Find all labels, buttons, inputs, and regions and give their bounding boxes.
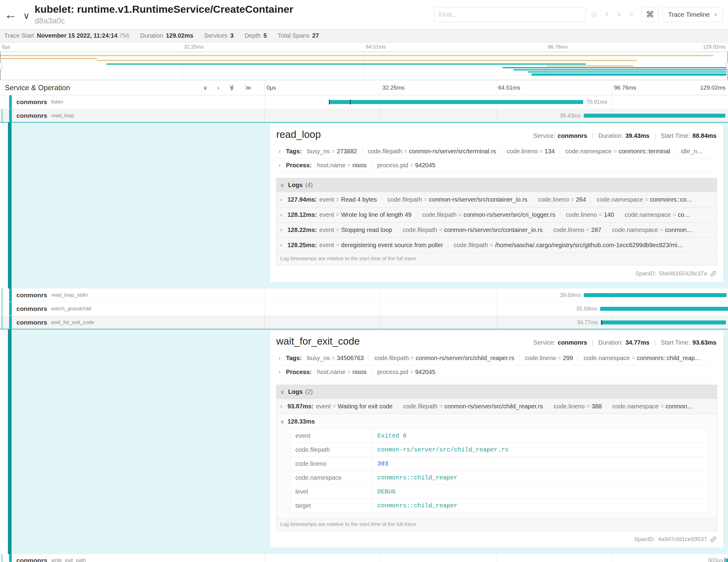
minimap-span-line: [0, 55, 713, 56]
tags-accordion[interactable]: ›Tags:busy_ns = 273882code.filepath = co…: [276, 145, 717, 158]
expand-collapse-controls: ∨›≫≫: [203, 85, 251, 91]
meta-value: 88.84ms: [692, 132, 716, 139]
service-color-bar: [9, 554, 12, 562]
span-duration-bar[interactable]: [584, 114, 725, 118]
trace-page-header: ← ∨ kubelet: runtime.v1.RuntimeService/C…: [0, 0, 728, 29]
timeline-tick-label: 0μs: [267, 84, 276, 91]
collapse-all-icon[interactable]: ≫: [245, 85, 251, 91]
key-value-item: process.pid = 942045: [371, 369, 435, 375]
span-timeline-cell[interactable]: 34.77ms: [265, 316, 728, 329]
span-link-icon[interactable]: [710, 271, 716, 277]
log-field-value: DEBUG: [373, 485, 708, 499]
service-color-bar: [9, 316, 12, 329]
chevron-down-icon: ∨: [23, 11, 30, 21]
match-target-icon[interactable]: ◎: [591, 11, 597, 18]
minimap-span-line: [513, 69, 727, 70]
span-id-value: 4a947cfd1ce59537: [658, 536, 707, 543]
span-name-cell[interactable]: conmonrslisten: [0, 95, 265, 109]
logs-header[interactable]: ∨Logs(4): [277, 178, 717, 192]
clear-search-icon[interactable]: ×: [629, 11, 633, 18]
minimap-left-handle[interactable]: [0, 52, 1, 80]
meta-value: conmonrs: [558, 132, 587, 139]
log-timestamp: 128.33ms: [287, 418, 315, 425]
trace-view-selector[interactable]: Trace Timeline ∨: [662, 7, 723, 22]
span-name-cell[interactable]: conmonrswait_for_exit_code: [0, 316, 265, 329]
span-detail-panel: read_loopService:conmonrs|Duration:39.43…: [0, 123, 728, 288]
meta-label: Service:: [533, 132, 555, 139]
log-field-key: code.lineno: [291, 457, 373, 471]
header-actions: ◎∧∨× ⌘ Trace Timeline ∨: [434, 7, 723, 22]
log-timestamp: 128.12ms:: [287, 211, 317, 218]
summary-value-suffix: .756: [117, 32, 129, 39]
span-name-cell[interactable]: conmonrswatch_grandchild: [0, 302, 265, 315]
span-event-tick: [725, 558, 725, 562]
span-duration-bar[interactable]: [601, 320, 726, 324]
meta-label: Start Time:: [661, 339, 690, 346]
span-timeline-cell[interactable]: 35.58ms: [265, 302, 728, 315]
back-button[interactable]: ←: [0, 0, 21, 29]
timeline-minimap: 0μs32.25ms64.51ms96.76ms129.02ms: [0, 43, 728, 80]
service-name: conmonrs: [16, 291, 47, 299]
key-value-item: code.filepath = conmon-rs/server/src/con…: [382, 196, 527, 203]
log-entry-header[interactable]: ∨128.33ms: [280, 418, 713, 425]
drag-grip-icon: [726, 62, 728, 70]
key-value-item: code.namespace = conmon…: [606, 227, 693, 233]
minimap-span-line: [106, 60, 637, 61]
log-entry[interactable]: ›127.94ms:event = Read 4 bytescode.filep…: [277, 192, 717, 207]
collapse-one-level-icon[interactable]: ›: [217, 85, 219, 91]
minimap-canvas[interactable]: [0, 52, 728, 80]
span-duration-label: 34.77ms: [577, 319, 598, 325]
span-detail-meta: Service:conmonrs|Duration:39.43ms|Start …: [533, 132, 716, 139]
span-duration-bar[interactable]: [726, 559, 728, 562]
timeline-tick-label: 0μs: [2, 44, 10, 50]
minimap-span-line: [97, 60, 106, 61]
service-name: conmonrs: [16, 319, 47, 326]
process-accordion[interactable]: ›Process:host.name = nixosprocess.pid = …: [276, 365, 717, 379]
logs-header[interactable]: ∨Logs(2): [277, 385, 717, 399]
service-name: conmonrs: [16, 112, 47, 119]
span-timeline-cell[interactable]: 303μs: [265, 554, 728, 562]
tags-accordion[interactable]: ›Tags:busy_ns = 34506763code.filepath = …: [276, 351, 717, 365]
span-name-cell[interactable]: conmonrswrite_exit_path: [0, 554, 265, 562]
span-duration-bar[interactable]: [584, 293, 726, 297]
span-timeline-cell[interactable]: 39.69ms: [265, 288, 728, 302]
summary-label: Duration: [140, 32, 163, 39]
span-detail-title: read_loop: [276, 129, 321, 140]
span-row: conmonrswait_for_exit_code34.77ms: [0, 316, 728, 329]
span-row: conmonrswatch_grandchild35.58ms: [0, 302, 728, 316]
trace-header-collapse-toggle[interactable]: ∨: [21, 10, 32, 21]
log-entry[interactable]: ›128.12ms:event = Wrote log line of leng…: [277, 207, 717, 222]
keyboard-shortcuts-button[interactable]: ⌘: [641, 7, 659, 22]
find-input[interactable]: [434, 7, 586, 22]
span-timeline-cell[interactable]: 39.43ms: [265, 109, 728, 122]
log-field-key: target: [291, 499, 373, 513]
span-link-icon[interactable]: [710, 536, 716, 543]
timeline-tick-label: 96.76ms: [548, 44, 568, 50]
log-entry[interactable]: ›128.22ms:event = Stopping read loopcode…: [277, 222, 717, 237]
key-value-item: code.namespace = conmon…: [607, 403, 693, 410]
span-duration-bar[interactable]: [600, 307, 728, 311]
expand-one-level-icon[interactable]: ∨: [203, 85, 208, 91]
meta-label: Duration:: [598, 132, 623, 139]
summary-item: Total Spans27: [278, 32, 319, 39]
key-value-item: busy_ns = 34506763: [307, 355, 364, 361]
span-timeline-cell[interactable]: 70.91ms: [265, 95, 728, 109]
log-entry[interactable]: ›128.25ms:event = deregistering event so…: [277, 237, 717, 253]
prev-match-icon[interactable]: ∧: [604, 11, 610, 18]
key-value-item: code.filepath = conmon-rs/server/src/cri…: [417, 211, 556, 218]
logs-count: (4): [305, 182, 313, 189]
next-match-icon[interactable]: ∨: [617, 11, 622, 18]
span-event-tick: [601, 320, 602, 325]
process-accordion[interactable]: ›Process:host.name = nixosprocess.pid = …: [276, 158, 717, 172]
span-tree-guide: [1, 288, 3, 302]
log-entry[interactable]: ›93.87ms:event = Waiting for exit codeco…: [277, 399, 717, 414]
summary-label: Trace Start: [4, 32, 34, 39]
span-name-cell[interactable]: conmonrsread_loop_stdin: [0, 288, 265, 302]
span-color-bar: [8, 329, 12, 554]
timeline-tick-label: 32.25ms: [383, 84, 405, 91]
key-value-item: host.name = nixos: [317, 162, 367, 169]
span-name-cell[interactable]: conmonrsread_loop: [0, 109, 265, 122]
log-field-row: levelDEBUG: [291, 485, 708, 499]
span-duration-bar[interactable]: [329, 100, 583, 104]
expand-all-icon[interactable]: ≫: [229, 84, 235, 91]
